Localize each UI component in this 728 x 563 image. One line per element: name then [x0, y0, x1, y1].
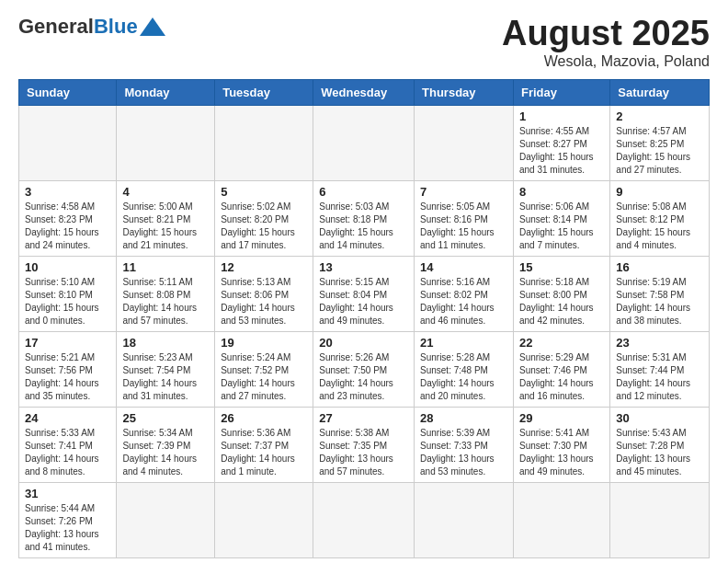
calendar-day-cell: [117, 482, 215, 557]
day-number: 22: [519, 336, 604, 350]
day-info: Sunrise: 5:41 AM Sunset: 7:30 PM Dayligh…: [519, 427, 604, 478]
day-info: Sunrise: 5:23 AM Sunset: 7:54 PM Dayligh…: [122, 351, 209, 403]
day-number: 31: [25, 487, 110, 500]
day-info: Sunrise: 5:02 AM Sunset: 8:20 PM Dayligh…: [221, 201, 307, 252]
logo-text: General Blue: [18, 15, 165, 39]
day-number: 29: [519, 411, 604, 425]
calendar-day-cell: 3Sunrise: 4:58 AM Sunset: 8:23 PM Daylig…: [19, 180, 117, 256]
calendar-day-cell: 29Sunrise: 5:41 AM Sunset: 7:30 PM Dayli…: [513, 407, 609, 482]
day-info: Sunrise: 4:58 AM Sunset: 8:23 PM Dayligh…: [25, 201, 110, 252]
calendar-header-wednesday: Wednesday: [313, 79, 415, 105]
day-info: Sunrise: 5:26 AM Sunset: 7:50 PM Dayligh…: [319, 351, 408, 403]
calendar-day-cell: 11Sunrise: 5:11 AM Sunset: 8:08 PM Dayli…: [117, 256, 215, 331]
day-number: 17: [25, 336, 110, 350]
calendar-day-cell: 21Sunrise: 5:28 AM Sunset: 7:48 PM Dayli…: [415, 331, 514, 407]
calendar-day-cell: 25Sunrise: 5:34 AM Sunset: 7:39 PM Dayli…: [117, 407, 215, 482]
calendar-day-cell: 1Sunrise: 4:55 AM Sunset: 8:27 PM Daylig…: [513, 105, 609, 180]
day-number: 19: [221, 336, 307, 350]
calendar-day-cell: 12Sunrise: 5:13 AM Sunset: 8:06 PM Dayli…: [215, 256, 313, 331]
calendar-week-row: 31Sunrise: 5:44 AM Sunset: 7:26 PM Dayli…: [19, 482, 710, 557]
calendar-day-cell: 14Sunrise: 5:16 AM Sunset: 8:02 PM Dayli…: [415, 256, 514, 331]
day-number: 13: [319, 260, 408, 274]
day-info: Sunrise: 5:31 AM Sunset: 7:44 PM Dayligh…: [616, 351, 703, 403]
day-info: Sunrise: 5:36 AM Sunset: 7:37 PM Dayligh…: [221, 427, 307, 478]
calendar-day-cell: 2Sunrise: 4:57 AM Sunset: 8:25 PM Daylig…: [610, 105, 710, 180]
calendar-day-cell: 4Sunrise: 5:00 AM Sunset: 8:21 PM Daylig…: [117, 180, 215, 256]
day-info: Sunrise: 5:33 AM Sunset: 7:41 PM Dayligh…: [25, 427, 110, 478]
calendar-day-cell: 24Sunrise: 5:33 AM Sunset: 7:41 PM Dayli…: [19, 407, 117, 482]
calendar-day-cell: [313, 482, 415, 557]
day-number: 20: [319, 336, 408, 350]
day-info: Sunrise: 5:34 AM Sunset: 7:39 PM Dayligh…: [122, 427, 209, 478]
day-info: Sunrise: 5:38 AM Sunset: 7:35 PM Dayligh…: [319, 427, 408, 478]
day-number: 4: [122, 185, 209, 199]
day-number: 16: [616, 260, 703, 274]
day-info: Sunrise: 5:19 AM Sunset: 7:58 PM Dayligh…: [616, 276, 703, 327]
day-number: 30: [616, 411, 703, 425]
calendar-day-cell: 7Sunrise: 5:05 AM Sunset: 8:16 PM Daylig…: [415, 180, 514, 256]
calendar-day-cell: 30Sunrise: 5:43 AM Sunset: 7:28 PM Dayli…: [610, 407, 710, 482]
calendar-table: SundayMondayTuesdayWednesdayThursdayFrid…: [18, 79, 710, 558]
day-info: Sunrise: 4:57 AM Sunset: 8:25 PM Dayligh…: [616, 125, 703, 177]
calendar-day-cell: 15Sunrise: 5:18 AM Sunset: 8:00 PM Dayli…: [513, 256, 609, 331]
calendar-day-cell: [313, 105, 415, 180]
calendar-header-monday: Monday: [117, 79, 215, 105]
calendar-day-cell: [215, 105, 313, 180]
calendar-header-saturday: Saturday: [610, 79, 710, 105]
calendar-day-cell: [415, 482, 514, 557]
calendar-day-cell: 18Sunrise: 5:23 AM Sunset: 7:54 PM Dayli…: [117, 331, 215, 407]
calendar-day-cell: 19Sunrise: 5:24 AM Sunset: 7:52 PM Dayli…: [215, 331, 313, 407]
calendar-day-cell: 13Sunrise: 5:15 AM Sunset: 8:04 PM Dayli…: [313, 256, 415, 331]
calendar-day-cell: 20Sunrise: 5:26 AM Sunset: 7:50 PM Dayli…: [313, 331, 415, 407]
day-info: Sunrise: 5:05 AM Sunset: 8:16 PM Dayligh…: [420, 201, 507, 252]
day-info: Sunrise: 4:55 AM Sunset: 8:27 PM Dayligh…: [519, 125, 604, 177]
logo-blue: Blue: [94, 15, 138, 39]
calendar-day-cell: 6Sunrise: 5:03 AM Sunset: 8:18 PM Daylig…: [313, 180, 415, 256]
day-info: Sunrise: 5:15 AM Sunset: 8:04 PM Dayligh…: [319, 276, 408, 327]
calendar-day-cell: 16Sunrise: 5:19 AM Sunset: 7:58 PM Dayli…: [610, 256, 710, 331]
calendar-day-cell: [117, 105, 215, 180]
day-info: Sunrise: 5:29 AM Sunset: 7:46 PM Dayligh…: [519, 351, 604, 403]
calendar-day-cell: [513, 482, 609, 557]
day-info: Sunrise: 5:00 AM Sunset: 8:21 PM Dayligh…: [122, 201, 209, 252]
header: General Blue August 2025 Wesola, Mazovia…: [18, 15, 710, 70]
day-info: Sunrise: 5:39 AM Sunset: 7:33 PM Dayligh…: [420, 427, 507, 478]
day-info: Sunrise: 5:16 AM Sunset: 8:02 PM Dayligh…: [420, 276, 507, 327]
calendar-day-cell: [19, 105, 117, 180]
day-info: Sunrise: 5:28 AM Sunset: 7:48 PM Dayligh…: [420, 351, 507, 403]
day-number: 10: [25, 260, 110, 274]
day-number: 7: [420, 185, 507, 199]
day-info: Sunrise: 5:03 AM Sunset: 8:18 PM Dayligh…: [319, 201, 408, 252]
day-info: Sunrise: 5:10 AM Sunset: 8:10 PM Dayligh…: [25, 276, 110, 327]
day-info: Sunrise: 5:06 AM Sunset: 8:14 PM Dayligh…: [519, 201, 604, 252]
calendar-day-cell: 31Sunrise: 5:44 AM Sunset: 7:26 PM Dayli…: [19, 482, 117, 557]
title-location: Wesola, Mazovia, Poland: [502, 53, 710, 70]
logo: General Blue: [18, 15, 165, 39]
calendar-day-cell: 27Sunrise: 5:38 AM Sunset: 7:35 PM Dayli…: [313, 407, 415, 482]
calendar-day-cell: 10Sunrise: 5:10 AM Sunset: 8:10 PM Dayli…: [19, 256, 117, 331]
logo-general: General: [18, 15, 94, 39]
calendar-day-cell: 5Sunrise: 5:02 AM Sunset: 8:20 PM Daylig…: [215, 180, 313, 256]
calendar-day-cell: [215, 482, 313, 557]
logo-icon: [140, 17, 165, 36]
day-info: Sunrise: 5:43 AM Sunset: 7:28 PM Dayligh…: [616, 427, 703, 478]
day-info: Sunrise: 5:18 AM Sunset: 8:00 PM Dayligh…: [519, 276, 604, 327]
day-info: Sunrise: 5:21 AM Sunset: 7:56 PM Dayligh…: [25, 351, 110, 403]
page: General Blue August 2025 Wesola, Mazovia…: [0, 0, 728, 563]
day-number: 3: [25, 185, 110, 199]
day-info: Sunrise: 5:44 AM Sunset: 7:26 PM Dayligh…: [25, 502, 110, 554]
day-info: Sunrise: 5:11 AM Sunset: 8:08 PM Dayligh…: [122, 276, 209, 327]
calendar-week-row: 3Sunrise: 4:58 AM Sunset: 8:23 PM Daylig…: [19, 180, 710, 256]
calendar-day-cell: 8Sunrise: 5:06 AM Sunset: 8:14 PM Daylig…: [513, 180, 609, 256]
day-info: Sunrise: 5:24 AM Sunset: 7:52 PM Dayligh…: [221, 351, 307, 403]
day-number: 18: [122, 336, 209, 350]
title-month: August 2025: [502, 15, 710, 53]
day-number: 9: [616, 185, 703, 199]
calendar-week-row: 24Sunrise: 5:33 AM Sunset: 7:41 PM Dayli…: [19, 407, 710, 482]
calendar-day-cell: 22Sunrise: 5:29 AM Sunset: 7:46 PM Dayli…: [513, 331, 609, 407]
svg-marker-0: [140, 17, 165, 36]
calendar-header-sunday: Sunday: [19, 79, 117, 105]
day-number: 27: [319, 411, 408, 425]
day-number: 26: [221, 411, 307, 425]
day-number: 21: [420, 336, 507, 350]
